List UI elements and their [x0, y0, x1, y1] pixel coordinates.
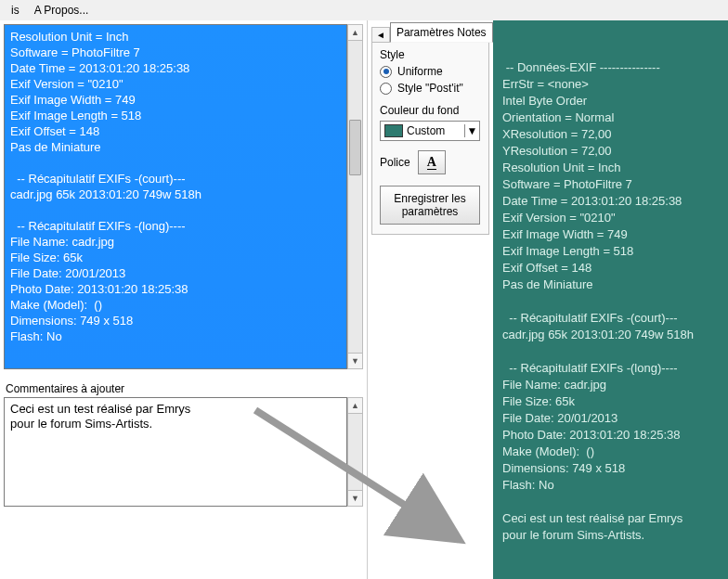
scrollbar-vertical[interactable]: ▲ ▼	[347, 397, 363, 507]
color-swatch	[384, 124, 403, 137]
comments-label: Commentaires à ajouter	[6, 382, 367, 395]
exif-textarea[interactable]: Resolution Unit = Inch Software = PhotoF…	[4, 24, 347, 369]
radio-uniforme[interactable]: Uniforme	[380, 65, 481, 78]
scroll-track[interactable]	[348, 414, 362, 490]
radio-label: Style "Post'it"	[397, 82, 463, 95]
save-settings-button[interactable]: Enregistrer les paramètres	[380, 186, 480, 225]
scroll-up-icon[interactable]: ▲	[348, 25, 362, 41]
radio-postit[interactable]: Style "Post'it"	[380, 82, 481, 95]
menubar: is A Propos...	[0, 0, 728, 20]
menu-item[interactable]: is	[4, 2, 27, 19]
comments-textarea[interactable]: Ceci est un test réalisé par Emrys pour …	[4, 397, 347, 507]
style-label: Style	[380, 48, 481, 61]
scroll-up-icon[interactable]: ▲	[348, 398, 362, 414]
radio-icon	[380, 83, 392, 95]
scroll-track[interactable]	[348, 41, 362, 353]
tab-settings-notes[interactable]: Paramètres Notes	[390, 22, 493, 43]
preview-pane: -- Données-EXIF --------------- ErrStr =…	[493, 20, 728, 579]
radio-icon	[380, 66, 392, 78]
bgcolor-label: Couleur du fond	[380, 104, 481, 117]
chevron-down-icon: ▼	[464, 124, 479, 137]
bgcolor-combo[interactable]: Custom ▼	[380, 121, 480, 141]
combo-text: Custom	[407, 124, 464, 137]
exif-textarea-wrap: Resolution Unit = Inch Software = PhotoF…	[4, 24, 363, 369]
scroll-down-icon[interactable]: ▼	[348, 353, 362, 368]
scroll-down-icon[interactable]: ▼	[348, 490, 362, 506]
scrollbar-vertical[interactable]: ▲ ▼	[347, 24, 363, 369]
settings-panel: Style Uniforme Style "Post'it" Couleur d…	[371, 42, 489, 235]
police-label: Police	[380, 156, 410, 169]
radio-label: Uniforme	[397, 65, 443, 78]
font-picker-button[interactable]: A	[418, 150, 446, 174]
tab-nav-left[interactable]: ◄	[371, 27, 390, 43]
menu-item-about[interactable]: A Propos...	[27, 2, 97, 19]
scroll-thumb[interactable]	[349, 120, 361, 175]
